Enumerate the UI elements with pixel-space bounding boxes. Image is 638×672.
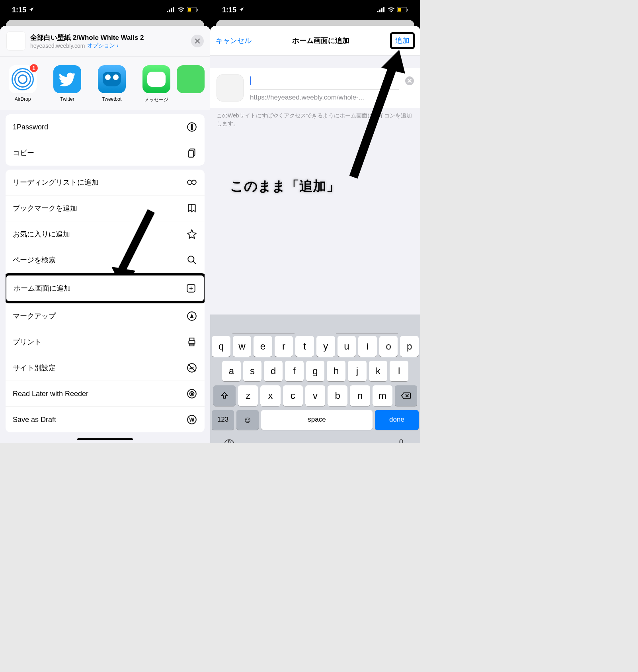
cellular-icon [167,6,175,14]
bookmark-icon [186,203,197,214]
key-r[interactable]: r [275,336,293,357]
numbers-key[interactable]: 123 [212,410,234,430]
key-u[interactable]: u [338,336,356,357]
wordpress-icon: W [186,414,197,425]
share-title: 全部白い壁紙 2/Whole White Walls 2 [30,33,191,42]
annotation-arrow-right [341,50,413,181]
star-icon [186,229,197,240]
action-label: ブックマークを追加 [13,203,77,213]
location-icon [239,6,244,14]
svg-rect-0 [167,11,168,12]
close-button[interactable] [191,35,204,47]
action-bookmark[interactable]: ブックマークを追加 [6,195,205,221]
action-site-settings[interactable]: サイト別設定 Ad [6,355,205,381]
key-p[interactable]: p [400,336,419,357]
reeder-icon [186,388,197,399]
key-h[interactable]: h [327,361,345,381]
action-label: お気に入りに追加 [13,229,70,239]
location-icon [29,6,34,14]
action-print[interactable]: プリント [6,329,205,355]
tweetbot-label: Tweetbot [96,96,128,102]
copy-icon [186,147,197,158]
svg-rect-17 [190,338,194,341]
key-g[interactable]: g [306,361,325,381]
airdrop-button[interactable]: 1 AirDrop [6,65,39,103]
modal-title: ホーム画面に追加 [252,36,390,45]
action-label: リーディングリストに追加 [13,178,99,187]
key-n[interactable]: n [350,385,370,406]
key-l[interactable]: l [390,361,408,381]
app-peek-icon [177,65,205,93]
key-q[interactable]: q [212,336,230,357]
action-label: コピー [13,148,34,158]
key-x[interactable]: x [260,385,280,406]
key-k[interactable]: k [369,361,388,381]
svg-rect-31 [398,8,401,12]
key-j[interactable]: j [348,361,367,381]
key-o[interactable]: o [379,336,398,357]
action-add-to-home[interactable]: ホーム画面に追加 [6,273,205,303]
status-time: 1:15 [222,6,236,14]
print-icon [186,336,197,348]
space-key[interactable]: space [261,410,373,430]
svg-rect-5 [188,8,191,12]
keyboard-row-3: zxcvbnm [212,385,419,406]
action-markup[interactable]: マークアップ [6,303,205,329]
keyboard-suggestions [212,318,419,334]
airdrop-label: AirDrop [6,96,39,102]
key-c[interactable]: c [283,385,303,406]
status-bar: 1:15 [0,0,210,18]
wifi-icon [388,6,395,14]
key-w[interactable]: w [233,336,252,357]
backspace-key[interactable] [395,385,417,406]
twitter-icon [53,65,81,93]
done-key[interactable]: done [375,410,419,430]
share-sheet: 全部白い壁紙 2/Whole White Walls 2 heyeased.we… [0,26,210,443]
action-group-2: リーディングリストに追加 ブックマークを追加 お気に入りに追加 ページを検索 ホ… [6,170,205,432]
svg-rect-8 [191,125,192,130]
key-y[interactable]: y [316,336,335,357]
twitter-button[interactable]: Twitter [51,65,84,103]
action-save-draft[interactable]: Save as Draft W [6,407,205,432]
key-m[interactable]: m [373,385,392,406]
messages-label: メッセージ [140,96,173,103]
svg-rect-29 [383,7,384,12]
key-b[interactable]: b [328,385,347,406]
key-z[interactable]: z [238,385,258,406]
key-t[interactable]: t [295,336,314,357]
key-s[interactable]: s [243,361,262,381]
twitter-label: Twitter [51,96,84,102]
globe-key[interactable] [224,439,235,443]
action-find[interactable]: ページを検索 [6,247,205,273]
status-bar: 1:15 [210,0,420,18]
share-options-link[interactable]: オプション › [87,42,119,49]
action-1password[interactable]: 1Password [6,114,205,140]
keyboard-row-2: asdfghjkl [212,361,419,381]
key-d[interactable]: d [264,361,283,381]
key-v[interactable]: v [305,385,325,406]
key-f[interactable]: f [285,361,304,381]
emoji-key[interactable]: ☺ [236,410,259,430]
app-peek[interactable] [177,65,185,103]
cancel-button[interactable]: キャンセル [216,36,252,45]
action-label: 1Password [13,123,48,131]
action-reading-list[interactable]: リーディングリストに追加 [6,170,205,195]
svg-rect-3 [173,7,174,12]
action-copy[interactable]: コピー [6,140,205,166]
svg-point-12 [192,180,196,185]
key-a[interactable]: a [222,361,241,381]
add-button[interactable]: 追加 [390,32,415,49]
mic-key[interactable] [396,439,407,443]
messages-icon [142,65,170,93]
action-favorite[interactable]: お気に入りに追加 [6,221,205,247]
svg-rect-6 [197,9,198,11]
action-read-later[interactable]: Read Later with Reeder [6,381,205,407]
svg-rect-10 [188,151,193,157]
key-e[interactable]: e [254,336,272,357]
tweetbot-button[interactable]: Tweetbot [96,65,128,103]
share-header: 全部白い壁紙 2/Whole White Walls 2 heyeased.we… [0,26,210,57]
messages-button[interactable]: メッセージ [140,65,173,103]
shift-key[interactable] [213,385,236,406]
cellular-icon [377,6,385,14]
key-i[interactable]: i [358,336,377,357]
